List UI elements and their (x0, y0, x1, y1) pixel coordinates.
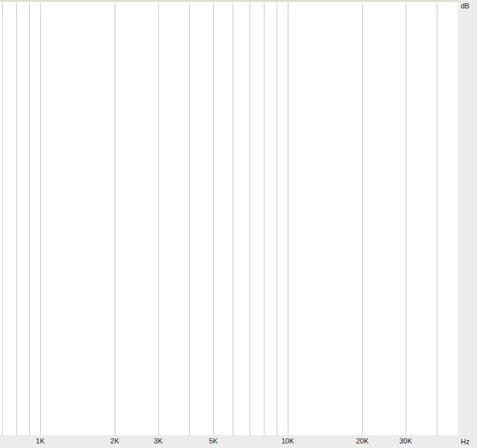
x-tick-label: 1K (36, 438, 44, 445)
x-tick-label: 30K (399, 438, 412, 445)
x-tick-label: 10K (281, 438, 294, 445)
x-tick-label: 3K (154, 438, 162, 445)
x-tick-label: 2K (110, 438, 119, 445)
x-axis: 1K2K3K5K10K20K30K (0, 435, 458, 448)
plot-area (0, 3, 458, 435)
spectrum-chart (0, 3, 458, 435)
x-axis-unit-label: Hz (461, 438, 469, 445)
x-tick-label: 5K (209, 438, 217, 445)
y-axis-unit-label: dB (461, 3, 469, 10)
spectrum-analyzer-view: 1K2K3K5K10K20K30K dB Hz -6-12-18-24-30-3… (0, 0, 477, 448)
y-axis: dB Hz -6-12-18-24-30-36-42-48-54-60-66-7… (458, 0, 477, 448)
x-tick-label: 20K (356, 438, 369, 445)
